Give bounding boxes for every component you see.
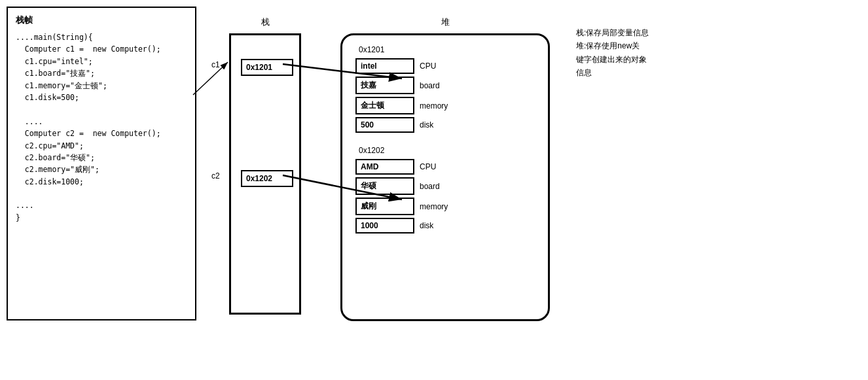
stack-frame-box: 栈帧 ....main(String){ Computer c1 = new C… [7,7,196,320]
field-label-cpu2: CPU [420,162,436,171]
field-box-disk2: 1000 [355,218,414,233]
stack-frame-title: 栈帧 [16,14,187,26]
heap-object1-addr: 0x1201 [359,45,535,54]
annotation-line-2: 堆:保存使用new关 [576,39,649,52]
annotation-line-4: 信息 [576,66,649,79]
field-label-cpu1: CPU [420,61,436,71]
field-box-memory2: 威刚 [355,198,414,215]
code-block: ....main(String){ Computer c1 = new Comp… [16,31,187,224]
field-box-disk1: 500 [355,117,414,133]
stack-section: 栈 c1 0x1201 c2 0x1202 [229,16,301,315]
stack-box: c1 0x1201 c2 0x1202 [229,33,301,315]
field-box-board1: 技嘉 [355,77,414,94]
field-row-disk1: 500 disk [355,117,535,133]
heap-object-2: 0x1202 AMD CPU 华硕 board 威刚 memory 1000 d… [355,146,535,233]
field-row-cpu2: AMD CPU [355,159,535,175]
heap-object-1: 0x1201 intel CPU 技嘉 board 金士顿 memory 500… [355,45,535,133]
svg-line-3 [193,62,228,95]
field-label-memory1: memory [420,101,448,111]
stack-cell-c1: 0x1201 [241,59,293,76]
field-box-cpu2: AMD [355,159,414,175]
stack-cell-c2: 0x1202 [241,170,293,187]
field-row-memory1: 金士顿 memory [355,97,535,114]
stack-title: 栈 [261,16,270,28]
annotation-line-1: 栈:保存局部变量信息 [576,26,649,39]
heap-title: 堆 [441,16,450,28]
stack-c2-value: 0x1202 [246,174,272,183]
field-row-cpu1: intel CPU [355,58,535,74]
stack-label-c2: c2 [211,171,220,181]
stack-label-c1: c1 [211,60,220,69]
field-label-board1: board [420,81,440,90]
field-box-cpu1: intel [355,58,414,74]
field-row-disk2: 1000 disk [355,218,535,233]
annotations: 栈:保存局部变量信息 堆:保存使用new关 键字创建出来的对象 信息 [576,26,649,80]
field-box-board2: 华硕 [355,177,414,195]
field-box-memory1: 金士顿 [355,97,414,114]
heap-outer-box: 0x1201 intel CPU 技嘉 board 金士顿 memory 500… [340,33,550,321]
field-row-board1: 技嘉 board [355,77,535,94]
field-row-memory2: 威刚 memory [355,198,535,215]
field-label-disk2: disk [420,221,433,230]
heap-section: 堆 0x1201 intel CPU 技嘉 board 金士顿 memory 5 [340,16,550,321]
stack-c1-value: 0x1201 [246,63,272,72]
main-container: 栈帧 ....main(String){ Computer c1 = new C… [0,0,868,380]
heap-object2-addr: 0x1202 [359,146,535,155]
annotation-line-3: 键字创建出来的对象 [576,53,649,66]
field-label-disk1: disk [420,120,433,130]
field-label-memory2: memory [420,202,448,211]
field-row-board2: 华硕 board [355,177,535,195]
field-label-board2: board [420,182,440,191]
